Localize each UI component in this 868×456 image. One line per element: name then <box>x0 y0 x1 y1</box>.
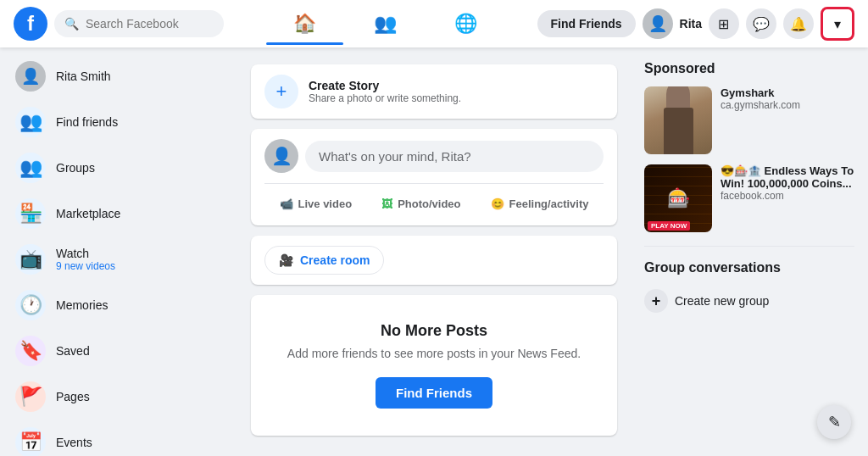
create-room-icon: 🎥 <box>279 253 293 267</box>
sidebar-divider <box>644 246 854 247</box>
gymshark-name: Gymshark <box>721 86 800 99</box>
left-sidebar: 👤 Rita Smith 👥 Find friends 👥 Groups 🏪 M… <box>0 47 237 456</box>
sidebar-item-groups[interactable]: 👥 Groups <box>7 146 231 190</box>
friends-icon: 👥 <box>374 13 397 35</box>
facebook-logo[interactable]: f <box>14 7 47 41</box>
post-input[interactable]: What's on your mind, Rita? <box>305 141 604 172</box>
slots-ad-image: 🎰 PLAY NOW <box>644 164 712 232</box>
post-input-row: 👤 What's on your mind, Rita? <box>264 139 604 173</box>
create-group-button[interactable]: + Create new group <box>644 286 854 316</box>
main-layout: 👤 Rita Smith 👥 Find friends 👥 Groups 🏪 M… <box>0 0 868 456</box>
ad-slots[interactable]: 🎰 PLAY NOW 😎🎰🏦 Endless Ways To Win! 100,… <box>644 164 854 232</box>
plus-circle-icon: + <box>644 289 668 313</box>
pages-icon: 🚩 <box>15 381 46 412</box>
find-friends-button[interactable]: Find Friends <box>537 10 636 37</box>
home-icon: 🏠 <box>293 13 316 35</box>
groups-icon: 🌐 <box>454 13 477 35</box>
create-room-card: 🎥 Create room <box>251 236 617 285</box>
groups-icon: 👥 <box>15 153 46 183</box>
marketplace-icon: 🏪 <box>15 198 46 229</box>
feeling-label: Feeling/activity <box>509 197 589 210</box>
gymshark-ad-image <box>644 86 712 154</box>
grid-menu-button[interactable]: ⊞ <box>709 8 739 39</box>
slots-name: 😎🎰🏦 Endless Ways To Win! 100,000,000 Coi… <box>721 164 854 190</box>
header-left: f 🔍 <box>14 7 234 41</box>
header-right: Find Friends 👤 Rita ⊞ 💬 🔔 ▾ <box>537 7 854 41</box>
create-group-label: Create new group <box>675 294 769 308</box>
no-posts-subtitle: Add more friends to see more posts in yo… <box>264 347 604 360</box>
no-posts-card: No More Posts Add more friends to see mo… <box>251 295 617 436</box>
chevron-down-icon: ▾ <box>834 16 841 32</box>
user-name-label: Rita <box>680 8 702 39</box>
sidebar-item-pages[interactable]: 🚩 Pages <box>7 375 231 419</box>
header: f 🔍 🏠 👥 🌐 Find Friends 👤 Rita ⊞ 💬 🔔 ▾ <box>0 0 868 47</box>
find-friends-main-button[interactable]: Find Friends <box>376 377 492 409</box>
slots-ad-info: 😎🎰🏦 Endless Ways To Win! 100,000,000 Coi… <box>721 164 854 232</box>
search-input[interactable] <box>86 17 214 31</box>
create-story-card: + Create Story Share a photo or write so… <box>251 64 617 119</box>
sidebar-item-marketplace[interactable]: 🏪 Marketplace <box>7 192 231 236</box>
gymshark-ad-info: Gymshark ca.gymshark.com <box>721 86 800 154</box>
slots-url: facebook.com <box>721 190 854 202</box>
sidebar-item-memories[interactable]: 🕐 Memories <box>7 283 231 327</box>
sidebar-memories-label: Memories <box>56 298 108 312</box>
saved-icon: 🔖 <box>15 336 46 366</box>
sidebar-user-name: Rita Smith <box>56 70 111 83</box>
main-nav: 🏠 👥 🌐 <box>266 6 504 42</box>
post-box: 👤 What's on your mind, Rita? 📹 Live vide… <box>251 129 617 225</box>
group-conversations-title: Group conversations <box>644 260 854 275</box>
sidebar-item-find-friends[interactable]: 👥 Find friends <box>7 100 231 144</box>
create-story-title: Create Story <box>309 79 461 92</box>
live-video-label: Live video <box>298 197 353 210</box>
nav-groups[interactable]: 🌐 <box>427 6 504 42</box>
photo-video-button[interactable]: 🖼 Photo/video <box>371 192 470 215</box>
sidebar-watch-sublabel: 9 new videos <box>56 260 115 272</box>
search-icon: 🔍 <box>64 17 79 31</box>
find-friends-icon: 👥 <box>15 107 46 137</box>
photo-video-label: Photo/video <box>398 197 460 210</box>
sidebar-saved-label: Saved <box>56 344 90 358</box>
edit-icon: ✎ <box>828 413 841 431</box>
sidebar-find-friends-label: Find friends <box>56 115 118 129</box>
sidebar-item-saved[interactable]: 🔖 Saved <box>7 329 231 373</box>
user-avatar-sidebar: 👤 <box>15 61 46 92</box>
sidebar-events-label: Events <box>56 436 92 449</box>
create-story-text: Create Story Share a photo or write some… <box>309 79 461 104</box>
sidebar-item-watch[interactable]: 📺 Watch 9 new videos <box>7 237 231 281</box>
user-avatar[interactable]: 👤 <box>643 8 673 39</box>
right-sidebar: Sponsored Gymshark ca.gymshark.com 🎰 PLA… <box>631 47 868 456</box>
sidebar-watch-label: Watch <box>56 247 115 260</box>
sidebar-groups-label: Groups <box>56 161 95 175</box>
watch-icon: 📺 <box>15 244 46 275</box>
sidebar-marketplace-label: Marketplace <box>56 207 120 220</box>
sidebar-item-events[interactable]: 📅 Events <box>7 420 231 456</box>
dropdown-button[interactable]: ▾ <box>821 7 854 41</box>
feed: + Create Story Share a photo or write so… <box>237 47 631 456</box>
ad-gymshark[interactable]: Gymshark ca.gymshark.com <box>644 86 854 154</box>
photo-video-icon: 🖼 <box>381 197 392 210</box>
feeling-button[interactable]: 😊 Feeling/activity <box>481 192 599 215</box>
post-avatar: 👤 <box>264 139 298 173</box>
live-video-button[interactable]: 📹 Live video <box>270 192 363 215</box>
memories-icon: 🕐 <box>15 290 46 320</box>
create-room-inner: 🎥 Create room <box>251 236 617 285</box>
create-story-subtitle: Share a photo or write something. <box>309 92 461 104</box>
watch-label-wrap: Watch 9 new videos <box>56 247 115 272</box>
notifications-button[interactable]: 🔔 <box>783 8 814 39</box>
nav-home[interactable]: 🏠 <box>266 6 343 42</box>
live-video-icon: 📹 <box>280 197 293 210</box>
no-posts-content: No More Posts Add more friends to see mo… <box>251 295 617 436</box>
create-room-button[interactable]: 🎥 Create room <box>264 246 384 275</box>
sidebar-item-user[interactable]: 👤 Rita Smith <box>7 54 231 98</box>
events-icon: 📅 <box>15 427 46 456</box>
create-room-label: Create room <box>300 253 370 267</box>
story-plus-icon: + <box>264 75 298 108</box>
edit-fab[interactable]: ✎ <box>817 405 851 439</box>
create-story-button[interactable]: + Create Story Share a photo or write so… <box>251 64 617 119</box>
nav-friends[interactable]: 👥 <box>347 6 424 42</box>
search-bar[interactable]: 🔍 <box>54 10 224 37</box>
messenger-button[interactable]: 💬 <box>746 8 776 39</box>
gymshark-url: ca.gymshark.com <box>721 99 800 111</box>
no-posts-title: No More Posts <box>264 322 604 340</box>
post-box-card: 👤 What's on your mind, Rita? 📹 Live vide… <box>251 129 617 225</box>
